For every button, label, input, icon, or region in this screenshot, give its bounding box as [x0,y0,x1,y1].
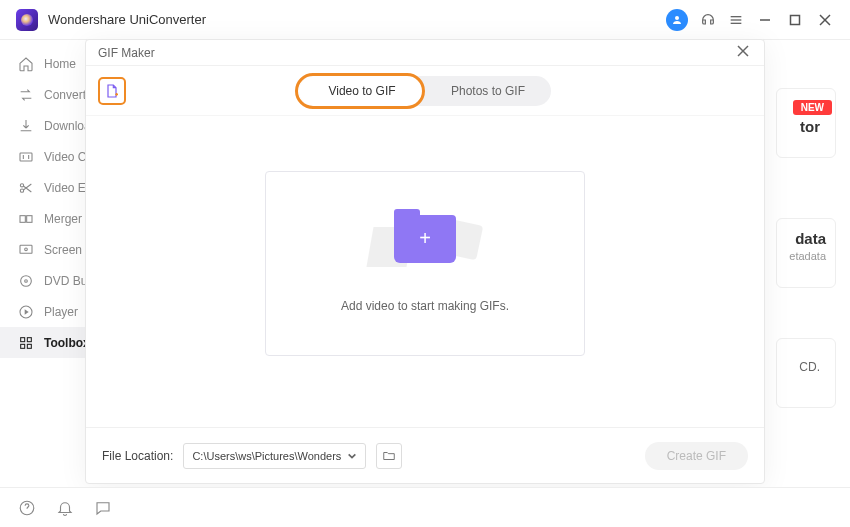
bell-icon[interactable] [56,499,74,517]
tab-photos-to-gif[interactable]: Photos to GIF [425,76,551,106]
browse-folder-button[interactable] [376,443,402,469]
sidebar-item-label: Screen Recorder [44,243,88,257]
sidebar: Home Converter Downloader Video Compress… [0,40,88,487]
app-title: Wondershare UniConverter [48,12,206,27]
mode-toggle: Video to GIF Photos to GIF [299,76,551,106]
speech-icon[interactable] [94,499,112,517]
drop-area: + Add video to start making GIFs. [86,116,764,427]
svg-rect-18 [21,337,25,341]
gif-maker-modal: GIF Maker Video to GIF Photos to GIF + A… [85,39,765,484]
maximize-button[interactable] [780,5,810,35]
modal-footer: File Location: C:\Users\ws\Pictures\Wond… [86,427,764,483]
sidebar-item-label: Video Editor [44,181,88,195]
svg-point-14 [25,248,28,251]
text-peek: etadata [789,250,826,262]
add-file-button[interactable] [98,77,126,105]
text-peek: data [795,230,826,247]
location-select[interactable]: C:\Users\ws\Pictures\Wonders [183,443,366,469]
sidebar-item-converter[interactable]: Converter [0,79,88,110]
titlebar: Wondershare UniConverter [0,0,850,40]
sidebar-item-toolbox[interactable]: Toolbox [0,327,88,358]
app-logo [16,9,38,31]
plus-icon: + [419,227,431,250]
sidebar-item-label: Home [44,57,76,71]
text-peek: tor [800,118,820,135]
bottombar [0,487,850,527]
sidebar-item-merger[interactable]: Merger [0,203,88,234]
tab-video-to-gif[interactable]: Video to GIF [299,76,425,106]
sidebar-item-dvd[interactable]: DVD Burner [0,265,88,296]
sidebar-item-label: Converter [44,88,88,102]
help-icon[interactable] [18,499,36,517]
svg-rect-13 [20,245,32,253]
sidebar-item-downloader[interactable]: Downloader [0,110,88,141]
add-folder-icon: + [394,215,456,263]
sidebar-item-label: Video Compressor [44,150,88,164]
svg-rect-19 [27,337,31,341]
support-icon[interactable] [694,6,722,34]
svg-point-16 [25,279,28,282]
sidebar-item-compressor[interactable]: Video Compressor [0,141,88,172]
new-badge: NEW [793,100,832,115]
svg-rect-8 [20,153,32,161]
sidebar-item-label: Player [44,305,78,319]
sidebar-item-label: DVD Burner [44,274,88,288]
close-button[interactable] [810,5,840,35]
svg-rect-11 [20,215,25,222]
svg-rect-5 [791,15,800,24]
chevron-down-icon [347,451,357,461]
minimize-button[interactable] [750,5,780,35]
modal-close-button[interactable] [734,42,752,63]
hamburger-icon[interactable] [722,6,750,34]
create-gif-button[interactable]: Create GIF [645,442,748,470]
drop-box[interactable]: + Add video to start making GIFs. [265,171,585,356]
user-icon[interactable] [666,9,688,31]
svg-point-15 [21,275,32,286]
sidebar-item-home[interactable]: Home [0,48,88,79]
sidebar-item-label: Toolbox [44,336,88,350]
sidebar-item-recorder[interactable]: Screen Recorder [0,234,88,265]
modal-title: GIF Maker [98,46,155,60]
location-value: C:\Users\ws\Pictures\Wonders [192,450,341,462]
svg-point-0 [675,16,679,20]
location-label: File Location: [102,449,173,463]
svg-rect-21 [27,344,31,348]
sidebar-item-label: Merger [44,212,82,226]
text-peek: CD. [799,360,820,374]
modal-toolbar: Video to GIF Photos to GIF [86,66,764,116]
sidebar-item-player[interactable]: Player [0,296,88,327]
sidebar-item-label: Downloader [44,119,88,133]
modal-header: GIF Maker [86,40,764,66]
svg-rect-20 [21,344,25,348]
drop-text: Add video to start making GIFs. [341,299,509,313]
sidebar-item-editor[interactable]: Video Editor [0,172,88,203]
svg-rect-12 [27,215,32,222]
